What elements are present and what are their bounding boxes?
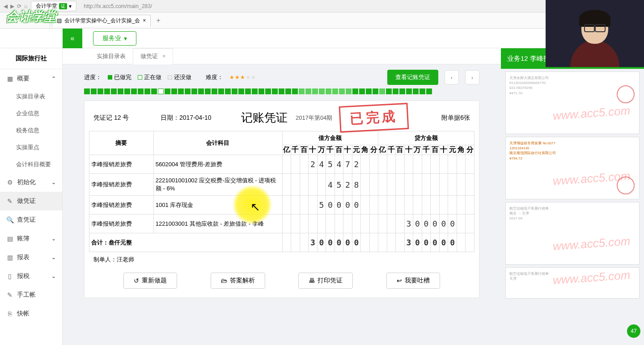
add-tab-button[interactable]: + — [151, 17, 165, 25]
tab-catalog[interactable]: 实操目录表 — [89, 49, 133, 64]
sidebar-item-manual[interactable]: ✎ 手工帐 — [0, 286, 62, 304]
document-thumb-3[interactable]: 航空运输电子客票行程单南京 → 天津2017-04 — [505, 202, 640, 265]
sidebar-item-query-voucher[interactable]: 🔍 查凭证 — [0, 210, 62, 229]
digit-cell — [387, 215, 396, 233]
progress-square[interactable] — [279, 88, 284, 94]
document-thumb-4[interactable]: 航空运输电子客票行程单天津 — [505, 267, 640, 299]
float-badge[interactable]: 47 — [627, 324, 640, 338]
sidebar-item-tax[interactable]: ▯ 报税 ⌄ — [0, 267, 62, 286]
progress-square[interactable] — [138, 88, 144, 94]
progress-square[interactable] — [151, 88, 157, 94]
sidebar-sub-company[interactable]: 企业信息 — [0, 105, 62, 122]
progress-square[interactable] — [258, 88, 264, 94]
progress-square[interactable] — [97, 88, 103, 94]
prev-button[interactable]: ‹ — [445, 70, 459, 84]
tab-make-voucher[interactable]: 做凭证 × — [133, 48, 173, 64]
chevron-up-icon: ⌃ — [51, 76, 56, 82]
progress-square[interactable] — [218, 88, 224, 94]
collapse-sidebar-button[interactable]: « — [63, 29, 82, 48]
digit-cell — [343, 215, 352, 233]
site-logo: 会计学堂 — [6, 8, 56, 25]
progress-square[interactable] — [178, 88, 184, 94]
close-icon[interactable]: × — [162, 53, 166, 59]
progress-square[interactable] — [379, 88, 385, 94]
progress-square[interactable] — [413, 88, 419, 94]
close-icon[interactable]: × — [143, 17, 146, 24]
sidebar-sub-tax[interactable]: 税务信息 — [0, 122, 62, 139]
progress-square[interactable] — [232, 88, 237, 94]
progress-square[interactable] — [359, 88, 365, 94]
progress-square[interactable] — [191, 88, 197, 94]
digit-cell — [282, 155, 291, 174]
progress-square[interactable] — [366, 88, 372, 94]
feedback-button[interactable]: ↩我要吐槽 — [386, 273, 440, 289]
sidebar-item-books[interactable]: ▤ 账簿 ⌄ — [0, 229, 62, 248]
progress-square[interactable] — [171, 88, 177, 94]
digit-cell — [396, 196, 405, 215]
browser-tab-active[interactable]: ▤ 会计学堂实操中心_会计实操_会 × — [52, 15, 151, 26]
next-button[interactable]: › — [465, 70, 479, 84]
voucher-date: 日期：2017-04-10 — [161, 114, 237, 122]
digit-cell: 0 — [413, 233, 422, 252]
progress-square[interactable] — [393, 88, 398, 94]
progress-square[interactable] — [198, 88, 204, 94]
sidebar-sub-accounts[interactable]: 会计科目概要 — [0, 156, 62, 173]
sidebar-item-reports[interactable]: ▥ 报表 ⌄ — [0, 248, 62, 267]
progress-square[interactable] — [158, 88, 164, 94]
progress-square[interactable] — [225, 88, 231, 94]
progress-square[interactable] — [165, 88, 170, 94]
progress-square[interactable] — [339, 88, 345, 94]
progress-square[interactable] — [212, 88, 217, 94]
redo-button[interactable]: ↺重新做题 — [123, 273, 177, 289]
progress-square[interactable] — [104, 88, 110, 94]
progress-square[interactable] — [386, 88, 392, 94]
progress-square[interactable] — [285, 88, 291, 94]
progress-square[interactable] — [118, 88, 123, 94]
sidebar-item-quick[interactable]: ⎘ 快帐 — [0, 304, 62, 323]
progress-square[interactable] — [131, 88, 137, 94]
progress-square[interactable] — [332, 88, 338, 94]
answer-button[interactable]: 🗁答案解析 — [211, 273, 265, 289]
progress-square[interactable] — [252, 88, 258, 94]
progress-square[interactable] — [406, 88, 412, 94]
sidebar-sub-catalog[interactable]: 实操目录表 — [0, 88, 62, 105]
sidebar-item-init[interactable]: ⚙ 初始化 ⌄ — [0, 173, 62, 192]
progress-square[interactable] — [326, 88, 331, 94]
digit-cell — [378, 215, 387, 233]
sidebar-item-overview[interactable]: ▦ 概要 ⌃ — [0, 69, 62, 88]
progress-square[interactable] — [426, 88, 432, 94]
voucher-number: 凭证记 12 号 — [93, 114, 161, 122]
digit-cell — [291, 174, 300, 196]
progress-square[interactable] — [399, 88, 405, 94]
url-bar[interactable]: http://lx.acc5.com/main_283/ — [84, 3, 152, 9]
print-button[interactable]: 🖶打印凭证 — [298, 273, 353, 289]
document-thumb-2[interactable]: 天津增值税专用发票 № 00771201164130南京南强国际旅行社有限公司¥… — [505, 137, 640, 199]
progress-square[interactable] — [373, 88, 378, 94]
progress-square[interactable] — [265, 88, 271, 94]
progress-square[interactable] — [144, 88, 150, 94]
document-thumb-1[interactable]: 天津永辉大酒店有限公司91120104209902677D022-5837925… — [505, 72, 640, 134]
progress-square[interactable] — [419, 88, 425, 94]
th-abstract: 摘要 — [89, 131, 154, 155]
progress-square[interactable] — [319, 88, 325, 94]
progress-square[interactable] — [272, 88, 278, 94]
sidebar-sub-focus[interactable]: 实操重点 — [0, 139, 62, 156]
view-voucher-button[interactable]: 查看记账凭证 — [387, 70, 438, 85]
progress-square[interactable] — [124, 88, 130, 94]
progress-square[interactable] — [292, 88, 298, 94]
progress-square[interactable] — [111, 88, 117, 94]
progress-square[interactable] — [238, 88, 244, 94]
sidebar-item-make-voucher[interactable]: ✎ 做凭证 — [0, 192, 62, 210]
progress-square[interactable] — [205, 88, 211, 94]
progress-square[interactable] — [299, 88, 305, 94]
progress-square[interactable] — [312, 88, 318, 94]
progress-square[interactable] — [84, 88, 90, 94]
progress-square[interactable] — [185, 88, 191, 94]
progress-square[interactable] — [352, 88, 358, 94]
progress-square[interactable] — [245, 88, 251, 94]
progress-square[interactable] — [91, 88, 97, 94]
progress-square[interactable] — [346, 88, 352, 94]
progress-square[interactable] — [305, 88, 311, 94]
industry-dropdown[interactable]: 服务业 ▾ — [93, 31, 136, 46]
sidebar: 国际旅行社 ▦ 概要 ⌃ 实操目录表 企业信息 税务信息 实操重点 会计科目概要… — [0, 48, 63, 345]
